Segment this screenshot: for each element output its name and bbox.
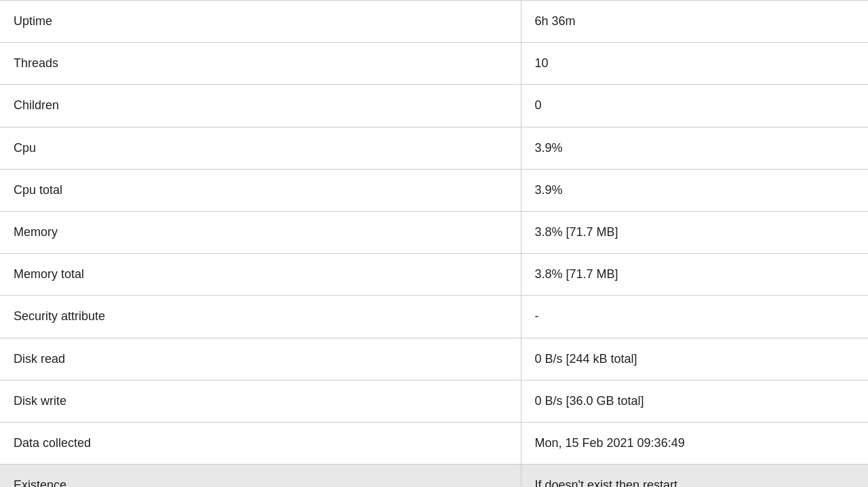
row-label: Memory total (0, 254, 521, 296)
row-label: Cpu (0, 127, 521, 169)
row-label: Disk write (0, 380, 521, 422)
row-label: Existence (0, 465, 521, 487)
row-value: 10 (521, 43, 868, 85)
process-info-table-container: Uptime6h 36mThreads10Children0Cpu3.9%Cpu… (0, 0, 868, 487)
row-label: Threads (0, 43, 521, 85)
table-row: Memory3.8% [71.7 MB] (0, 211, 868, 253)
row-label: Uptime (0, 1, 521, 43)
row-label: Disk read (0, 338, 521, 380)
table-row: Data collectedMon, 15 Feb 2021 09:36:49 (0, 422, 868, 464)
row-label: Memory (0, 211, 521, 253)
table-row: Cpu total3.9% (0, 169, 868, 211)
row-label: Cpu total (0, 169, 521, 211)
table-row: Security attribute- (0, 296, 868, 338)
table-row: Cpu3.9% (0, 127, 868, 169)
row-value: 3.9% (521, 169, 868, 211)
row-value: 0 B/s [36.0 GB total] (521, 380, 868, 422)
table-row: ExistenceIf doesn't exist then restart (0, 465, 868, 487)
row-value: If doesn't exist then restart (521, 465, 868, 487)
row-value: Mon, 15 Feb 2021 09:36:49 (521, 422, 868, 464)
process-info-table: Uptime6h 36mThreads10Children0Cpu3.9%Cpu… (0, 0, 868, 487)
row-value: 3.9% (521, 127, 868, 169)
table-row: Uptime6h 36m (0, 1, 868, 43)
row-label: Security attribute (0, 296, 521, 338)
table-row: Disk write0 B/s [36.0 GB total] (0, 380, 868, 422)
table-row: Disk read0 B/s [244 kB total] (0, 338, 868, 380)
row-value: 0 (521, 85, 868, 127)
row-value: - (521, 296, 868, 338)
row-value: 6h 36m (521, 1, 868, 43)
row-value: 3.8% [71.7 MB] (521, 254, 868, 296)
row-label: Children (0, 85, 521, 127)
row-value: 3.8% [71.7 MB] (521, 211, 868, 253)
table-row: Memory total3.8% [71.7 MB] (0, 254, 868, 296)
table-row: Threads10 (0, 43, 868, 85)
table-row: Children0 (0, 85, 868, 127)
row-label: Data collected (0, 422, 521, 464)
row-value: 0 B/s [244 kB total] (521, 338, 868, 380)
